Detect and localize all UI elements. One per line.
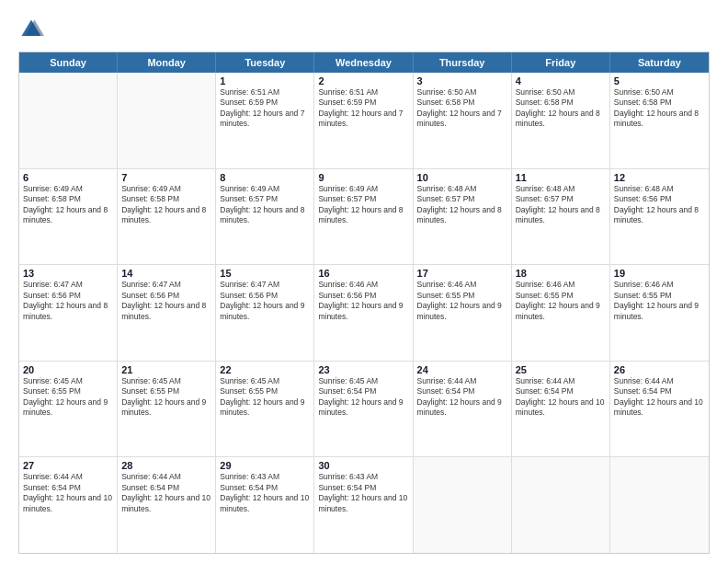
day-info: Sunrise: 6:46 AM Sunset: 6:55 PM Dayligh… <box>516 280 606 322</box>
day-number: 4 <box>516 75 606 86</box>
calendar-row-3: 13Sunrise: 6:47 AM Sunset: 6:56 PM Dayli… <box>19 264 709 361</box>
day-number: 30 <box>318 460 408 471</box>
day-info: Sunrise: 6:44 AM Sunset: 6:54 PM Dayligh… <box>23 472 113 514</box>
day-number: 15 <box>220 268 310 279</box>
day-number: 27 <box>23 460 113 471</box>
calendar-cell-day-28: 28Sunrise: 6:44 AM Sunset: 6:54 PM Dayli… <box>118 457 216 553</box>
day-info: Sunrise: 6:46 AM Sunset: 6:55 PM Dayligh… <box>417 280 507 322</box>
calendar-row-2: 6Sunrise: 6:49 AM Sunset: 6:58 PM Daylig… <box>19 168 709 265</box>
day-info: Sunrise: 6:47 AM Sunset: 6:56 PM Dayligh… <box>23 280 113 322</box>
calendar-cell-day-4: 4Sunrise: 6:50 AM Sunset: 6:58 PM Daylig… <box>512 73 610 168</box>
day-number: 21 <box>121 364 211 375</box>
calendar-cell-day-27: 27Sunrise: 6:44 AM Sunset: 6:54 PM Dayli… <box>19 457 118 553</box>
calendar-cell-empty <box>610 457 709 553</box>
calendar-cell-day-6: 6Sunrise: 6:49 AM Sunset: 6:58 PM Daylig… <box>19 169 118 265</box>
page: SundayMondayTuesdayWednesdayThursdayFrid… <box>0 0 728 563</box>
day-info: Sunrise: 6:45 AM Sunset: 6:55 PM Dayligh… <box>23 376 113 419</box>
day-number: 10 <box>417 172 507 183</box>
day-info: Sunrise: 6:47 AM Sunset: 6:56 PM Dayligh… <box>220 280 310 322</box>
day-number: 19 <box>614 268 705 279</box>
day-info: Sunrise: 6:51 AM Sunset: 6:59 PM Dayligh… <box>220 87 310 130</box>
calendar-cell-day-25: 25Sunrise: 6:44 AM Sunset: 6:54 PM Dayli… <box>512 362 610 457</box>
calendar-cell-day-21: 21Sunrise: 6:45 AM Sunset: 6:55 PM Dayli… <box>118 362 216 457</box>
day-info: Sunrise: 6:44 AM Sunset: 6:54 PM Dayligh… <box>121 472 211 514</box>
calendar-cell-empty <box>414 457 512 553</box>
day-number: 29 <box>220 460 310 471</box>
day-number: 23 <box>318 364 408 375</box>
day-info: Sunrise: 6:50 AM Sunset: 6:58 PM Dayligh… <box>417 87 507 130</box>
calendar-header: SundayMondayTuesdayWednesdayThursdayFrid… <box>19 52 709 73</box>
day-info: Sunrise: 6:44 AM Sunset: 6:54 PM Dayligh… <box>417 376 507 419</box>
day-number: 14 <box>121 268 211 279</box>
header-day-wednesday: Wednesday <box>314 52 413 73</box>
day-number: 1 <box>220 75 310 86</box>
day-number: 5 <box>614 75 705 86</box>
logo-icon <box>18 17 44 42</box>
day-info: Sunrise: 6:45 AM Sunset: 6:55 PM Dayligh… <box>121 376 211 419</box>
day-info: Sunrise: 6:46 AM Sunset: 6:56 PM Dayligh… <box>318 280 408 322</box>
header-day-friday: Friday <box>512 52 610 73</box>
day-info: Sunrise: 6:50 AM Sunset: 6:58 PM Dayligh… <box>614 87 705 130</box>
day-info: Sunrise: 6:45 AM Sunset: 6:55 PM Dayligh… <box>220 376 310 419</box>
calendar-cell-day-17: 17Sunrise: 6:46 AM Sunset: 6:55 PM Dayli… <box>414 265 512 361</box>
calendar: SundayMondayTuesdayWednesdayThursdayFrid… <box>18 52 710 554</box>
day-number: 18 <box>516 268 606 279</box>
day-info: Sunrise: 6:44 AM Sunset: 6:54 PM Dayligh… <box>516 376 606 419</box>
calendar-cell-day-1: 1Sunrise: 6:51 AM Sunset: 6:59 PM Daylig… <box>216 73 314 168</box>
calendar-cell-day-3: 3Sunrise: 6:50 AM Sunset: 6:58 PM Daylig… <box>414 73 512 168</box>
header <box>18 17 710 42</box>
day-number: 17 <box>417 268 507 279</box>
day-number: 26 <box>614 364 705 375</box>
calendar-cell-day-19: 19Sunrise: 6:46 AM Sunset: 6:55 PM Dayli… <box>610 265 709 361</box>
logo <box>18 17 48 42</box>
day-info: Sunrise: 6:49 AM Sunset: 6:58 PM Dayligh… <box>121 184 211 226</box>
calendar-cell-day-5: 5Sunrise: 6:50 AM Sunset: 6:58 PM Daylig… <box>610 73 709 168</box>
calendar-cell-day-29: 29Sunrise: 6:43 AM Sunset: 6:54 PM Dayli… <box>216 457 314 553</box>
calendar-cell-day-18: 18Sunrise: 6:46 AM Sunset: 6:55 PM Dayli… <box>512 265 610 361</box>
day-info: Sunrise: 6:43 AM Sunset: 6:54 PM Dayligh… <box>318 472 408 514</box>
day-info: Sunrise: 6:49 AM Sunset: 6:58 PM Dayligh… <box>23 184 113 226</box>
day-number: 9 <box>318 172 408 183</box>
header-day-tuesday: Tuesday <box>216 52 314 73</box>
day-info: Sunrise: 6:46 AM Sunset: 6:55 PM Dayligh… <box>614 280 705 322</box>
calendar-cell-day-23: 23Sunrise: 6:45 AM Sunset: 6:54 PM Dayli… <box>314 362 413 457</box>
calendar-cell-day-24: 24Sunrise: 6:44 AM Sunset: 6:54 PM Dayli… <box>414 362 512 457</box>
header-day-saturday: Saturday <box>610 52 709 73</box>
day-info: Sunrise: 6:49 AM Sunset: 6:57 PM Dayligh… <box>318 184 408 226</box>
calendar-cell-day-26: 26Sunrise: 6:44 AM Sunset: 6:54 PM Dayli… <box>610 362 709 457</box>
calendar-cell-day-14: 14Sunrise: 6:47 AM Sunset: 6:56 PM Dayli… <box>118 265 216 361</box>
day-info: Sunrise: 6:45 AM Sunset: 6:54 PM Dayligh… <box>318 376 408 419</box>
calendar-cell-empty <box>512 457 610 553</box>
calendar-cell-day-16: 16Sunrise: 6:46 AM Sunset: 6:56 PM Dayli… <box>314 265 413 361</box>
day-info: Sunrise: 6:51 AM Sunset: 6:59 PM Dayligh… <box>318 87 408 130</box>
day-number: 8 <box>220 172 310 183</box>
calendar-cell-day-2: 2Sunrise: 6:51 AM Sunset: 6:59 PM Daylig… <box>314 73 413 168</box>
calendar-cell-day-30: 30Sunrise: 6:43 AM Sunset: 6:54 PM Dayli… <box>314 457 413 553</box>
calendar-cell-empty <box>118 73 216 168</box>
day-info: Sunrise: 6:48 AM Sunset: 6:56 PM Dayligh… <box>614 184 705 226</box>
calendar-cell-empty <box>19 73 118 168</box>
calendar-row-1: 1Sunrise: 6:51 AM Sunset: 6:59 PM Daylig… <box>19 73 709 168</box>
calendar-body: 1Sunrise: 6:51 AM Sunset: 6:59 PM Daylig… <box>19 73 709 553</box>
calendar-row-4: 20Sunrise: 6:45 AM Sunset: 6:55 PM Dayli… <box>19 361 709 457</box>
calendar-cell-day-10: 10Sunrise: 6:48 AM Sunset: 6:57 PM Dayli… <box>414 169 512 265</box>
calendar-row-5: 27Sunrise: 6:44 AM Sunset: 6:54 PM Dayli… <box>19 456 709 553</box>
day-number: 11 <box>516 172 606 183</box>
day-number: 22 <box>220 364 310 375</box>
calendar-cell-day-7: 7Sunrise: 6:49 AM Sunset: 6:58 PM Daylig… <box>118 169 216 265</box>
calendar-cell-day-13: 13Sunrise: 6:47 AM Sunset: 6:56 PM Dayli… <box>19 265 118 361</box>
header-day-thursday: Thursday <box>414 52 512 73</box>
day-number: 2 <box>318 75 408 86</box>
day-info: Sunrise: 6:48 AM Sunset: 6:57 PM Dayligh… <box>417 184 507 226</box>
day-number: 28 <box>121 460 211 471</box>
day-number: 13 <box>23 268 113 279</box>
day-number: 7 <box>121 172 211 183</box>
day-number: 20 <box>23 364 113 375</box>
day-info: Sunrise: 6:44 AM Sunset: 6:54 PM Dayligh… <box>614 376 705 419</box>
calendar-cell-day-9: 9Sunrise: 6:49 AM Sunset: 6:57 PM Daylig… <box>314 169 413 265</box>
day-number: 25 <box>516 364 606 375</box>
day-number: 12 <box>614 172 705 183</box>
calendar-cell-day-11: 11Sunrise: 6:48 AM Sunset: 6:57 PM Dayli… <box>512 169 610 265</box>
day-info: Sunrise: 6:50 AM Sunset: 6:58 PM Dayligh… <box>516 87 606 130</box>
day-info: Sunrise: 6:48 AM Sunset: 6:57 PM Dayligh… <box>516 184 606 226</box>
